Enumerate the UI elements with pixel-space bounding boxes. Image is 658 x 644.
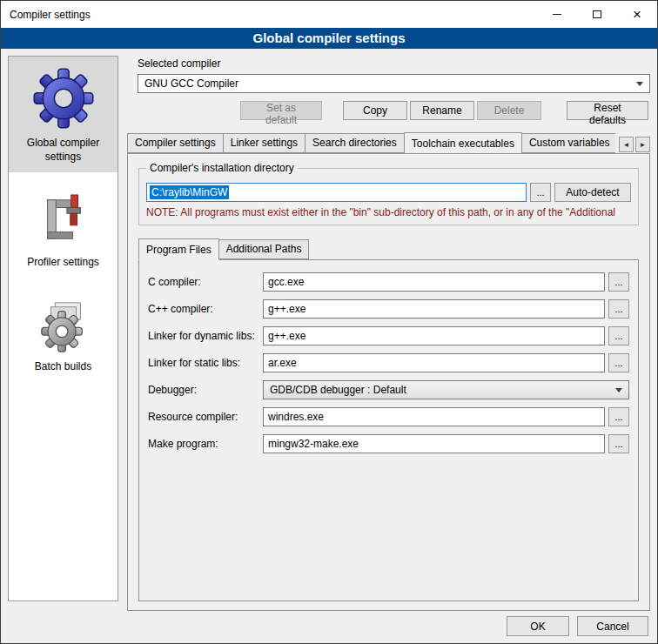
resource-compiler-input[interactable]: windres.exe — [263, 407, 605, 426]
sidebar-item-label: Profiler settings — [27, 256, 99, 270]
sidebar-item-batch-builds[interactable]: Batch builds — [9, 289, 118, 383]
batch-builds-icon — [37, 299, 91, 353]
dialog-footer: OK Cancel — [507, 616, 648, 636]
installation-directory-input[interactable]: C:\raylib\MinGW — [146, 183, 527, 202]
browse-c-compiler-button[interactable]: ... — [608, 272, 629, 292]
sidebar-item-global-compiler-settings[interactable]: Global compiler settings — [9, 57, 118, 172]
set-as-default-button: Set as default — [240, 101, 322, 120]
category-sidebar: Global compiler settings Profiler settin… — [8, 56, 118, 601]
field-row-cpp-compiler: C++ compiler: g++.exe ... — [148, 299, 629, 319]
field-row-c-compiler: C compiler: gcc.exe ... — [148, 272, 629, 292]
cpp-compiler-label: C++ compiler: — [148, 303, 263, 315]
sidebar-item-label: Batch builds — [35, 360, 91, 374]
debugger-value: GDB/CDB debugger : Default — [270, 384, 406, 396]
browse-static-linker-button[interactable]: ... — [608, 353, 629, 372]
chevron-down-icon — [636, 82, 643, 86]
close-button[interactable]: × — [617, 1, 657, 28]
selected-compiler-label: Selected compiler — [138, 57, 650, 70]
static-linker-input[interactable]: ar.exe — [263, 353, 605, 372]
tab-additional-paths[interactable]: Additional Paths — [218, 239, 310, 259]
tab-scroll-buttons: ◄ ► — [619, 137, 650, 152]
field-row-dynamic-linker: Linker for dynamic libs: g++.exe ... — [148, 326, 629, 345]
browse-resource-compiler-button[interactable]: ... — [608, 407, 629, 426]
installation-directory-row: C:\raylib\MinGW ... Auto-detect — [146, 183, 631, 202]
ok-button[interactable]: OK — [507, 616, 569, 636]
note-text: NOTE: All programs must exist either in … — [146, 206, 631, 218]
tab-linker-settings[interactable]: Linker settings — [223, 133, 306, 153]
program-files-panel: C compiler: gcc.exe ... C++ compiler: g+… — [138, 259, 639, 601]
c-compiler-value: gcc.exe — [268, 276, 304, 288]
dialog-body: Global compiler settings Profiler settin… — [1, 49, 657, 611]
static-linker-value: ar.exe — [268, 357, 297, 369]
make-program-value: mingw32-make.exe — [268, 438, 359, 450]
delete-button: Delete — [477, 101, 541, 120]
tab-program-files[interactable]: Program Files — [138, 238, 219, 260]
browse-make-program-button[interactable]: ... — [608, 434, 629, 453]
field-row-debugger: Debugger: GDB/CDB debugger : Default — [148, 380, 629, 399]
selected-compiler-dropdown[interactable]: GNU GCC Compiler — [138, 74, 650, 93]
c-compiler-label: C compiler: — [148, 276, 263, 288]
minimize-button[interactable] — [537, 1, 577, 28]
browse-cpp-compiler-button[interactable]: ... — [608, 299, 629, 319]
field-row-resource-compiler: Resource compiler: windres.exe ... — [148, 407, 629, 426]
window-controls: × — [537, 1, 657, 28]
debugger-label: Debugger: — [148, 384, 263, 396]
copy-button[interactable]: Copy — [343, 101, 407, 120]
make-program-label: Make program: — [148, 438, 263, 450]
static-linker-label: Linker for static libs: — [148, 357, 263, 369]
tab-custom-variables[interactable]: Custom variables — [521, 133, 615, 153]
auto-detect-button[interactable]: Auto-detect — [554, 183, 631, 202]
sidebar-item-profiler-settings[interactable]: Profiler settings — [9, 183, 118, 278]
dynamic-linker-input[interactable]: g++.exe — [263, 326, 605, 345]
main-content: Selected compiler GNU GCC Compiler Set a… — [127, 56, 650, 611]
compiler-buttons-row: Set as default Copy Rename Delete Reset … — [138, 101, 650, 120]
c-compiler-input[interactable]: gcc.exe — [263, 272, 605, 292]
reset-defaults-button[interactable]: Reset defaults — [567, 101, 648, 120]
minimize-icon — [553, 14, 561, 15]
rename-button[interactable]: Rename — [410, 101, 474, 120]
dynamic-linker-label: Linker for dynamic libs: — [148, 330, 263, 342]
cpp-compiler-value: g++.exe — [268, 303, 306, 315]
program-files-tabstrip: Program Files Additional Paths — [137, 238, 641, 259]
cancel-button[interactable]: Cancel — [577, 616, 648, 636]
close-icon: × — [633, 7, 641, 22]
tab-scroll-right-icon[interactable]: ► — [635, 137, 650, 152]
gear-icon — [32, 67, 95, 130]
browse-directory-button[interactable]: ... — [530, 183, 551, 202]
installation-directory-legend: Compiler's installation directory — [146, 162, 298, 174]
resource-compiler-label: Resource compiler: — [148, 411, 263, 423]
installation-directory-groupbox: Compiler's installation directory C:\ray… — [138, 168, 639, 225]
tab-compiler-settings[interactable]: Compiler settings — [127, 133, 224, 153]
chevron-down-icon — [615, 388, 622, 392]
field-row-make-program: Make program: mingw32-make.exe ... — [148, 434, 629, 453]
profiler-tool-icon — [37, 193, 91, 249]
field-row-static-linker: Linker for static libs: ar.exe ... — [148, 353, 629, 372]
installation-directory-value: C:\raylib\MinGW — [150, 185, 229, 199]
dynamic-linker-value: g++.exe — [268, 330, 306, 342]
titlebar[interactable]: Compiler settings × — [1, 1, 657, 28]
make-program-input[interactable]: mingw32-make.exe — [263, 434, 605, 453]
debugger-dropdown[interactable]: GDB/CDB debugger : Default — [263, 380, 629, 399]
tab-search-directories[interactable]: Search directories — [305, 133, 405, 153]
sidebar-item-label: Global compiler settings — [10, 137, 116, 164]
toolchain-executables-panel: Compiler's installation directory C:\ray… — [127, 153, 650, 611]
maximize-icon — [593, 10, 601, 18]
tab-toolchain-executables[interactable]: Toolchain executables — [404, 132, 522, 153]
dialog-header: Global compiler settings — [1, 28, 657, 49]
resource-compiler-value: windres.exe — [268, 411, 324, 423]
cpp-compiler-input[interactable]: g++.exe — [263, 299, 605, 319]
tab-strip: Compiler settings Linker settings Search… — [127, 132, 650, 153]
compiler-settings-window: Compiler settings × Global compiler sett… — [0, 0, 658, 644]
tab-scroll-left-icon[interactable]: ◄ — [619, 137, 634, 152]
selected-compiler-value: GNU GCC Compiler — [144, 77, 238, 90]
tabs: Compiler settings Linker settings Search… — [127, 132, 615, 153]
browse-dynamic-linker-button[interactable]: ... — [608, 326, 629, 345]
window-title: Compiler settings — [1, 9, 537, 21]
maximize-button[interactable] — [577, 1, 617, 28]
